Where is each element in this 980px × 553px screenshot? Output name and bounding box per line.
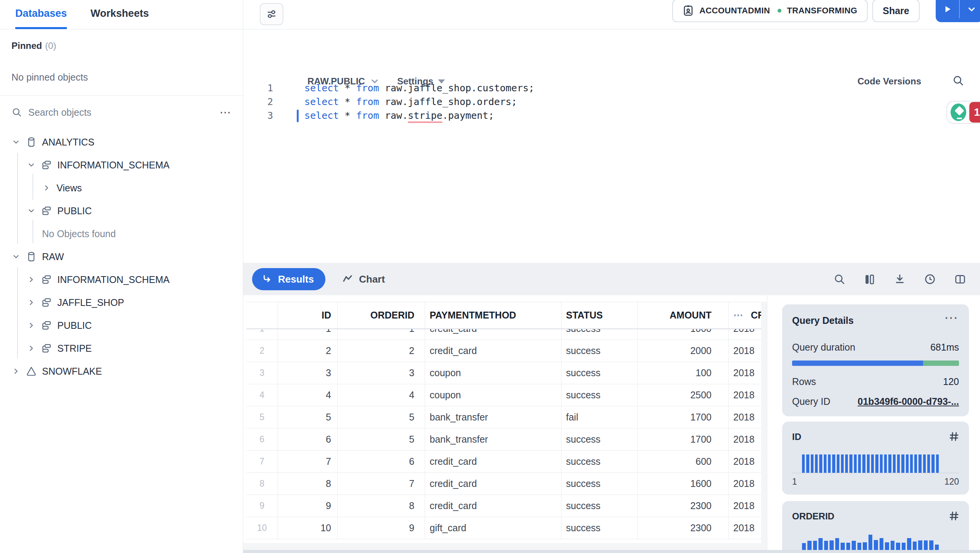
table-cell[interactable]: 5 [278, 406, 338, 428]
table-cell[interactable]: 2018 [729, 406, 761, 428]
sql-editor[interactable]: RAW.PUBLIC Settings Code Versions 1selec… [243, 29, 980, 263]
table-cell[interactable]: success [561, 473, 638, 495]
table-cell[interactable]: 1 [338, 329, 425, 340]
table-cell[interactable]: 6 [338, 451, 425, 472]
chevron-down-icon[interactable] [11, 138, 21, 146]
table-cell[interactable]: 9 [338, 517, 425, 539]
table-cell[interactable]: success [561, 451, 638, 472]
table-cell[interactable]: 2018 [729, 451, 761, 472]
filters-button[interactable] [260, 3, 283, 25]
columns-button[interactable] [864, 273, 876, 285]
column-header-status[interactable]: STATUS [561, 302, 638, 328]
table-cell[interactable]: 10 [278, 517, 338, 539]
tree-item-analytics[interactable]: ANALYTICS [0, 131, 243, 154]
column-header-orderid[interactable]: ORDERID [338, 302, 425, 328]
table-cell[interactable]: bank_transfer [425, 428, 561, 450]
horizontal-scrollbar[interactable] [243, 550, 980, 553]
table-cell[interactable]: 2018 [729, 517, 761, 539]
table-cell[interactable]: success [561, 517, 638, 539]
column-header-amount[interactable]: AMOUNT [638, 302, 729, 328]
chevron-right-icon[interactable] [27, 344, 36, 352]
table-cell[interactable]: 5 [338, 406, 425, 428]
table-cell[interactable]: success [561, 384, 638, 406]
table-cell[interactable]: 2 [338, 340, 425, 362]
table-cell[interactable]: 5 [338, 428, 425, 450]
tree-item-jaffle-shop[interactable]: JAFFLE_SHOP [0, 291, 243, 314]
table-cell[interactable]: 7 [278, 451, 338, 472]
tree-item-information-schema[interactable]: INFORMATION_SCHEMA [0, 154, 243, 176]
column-header-created[interactable]: ⋯CREATED [729, 302, 761, 328]
table-cell[interactable]: 1700 [638, 428, 729, 450]
table-cell[interactable]: credit_card [425, 340, 561, 362]
table-cell[interactable]: 2018 [729, 340, 761, 362]
table-cell[interactable]: success [561, 428, 638, 450]
tree-item-views[interactable]: Views [0, 176, 243, 199]
table-cell[interactable]: success [561, 329, 638, 340]
table-cell[interactable]: 1700 [638, 406, 729, 428]
run-button[interactable] [936, 0, 959, 22]
search-results-button[interactable] [833, 273, 846, 285]
hash-icon[interactable] [948, 510, 960, 522]
table-cell[interactable]: 9 [278, 495, 338, 517]
table-cell[interactable]: 6 [278, 428, 338, 450]
table-cell[interactable]: 2018 [729, 362, 761, 384]
table-cell[interactable]: 2018 [729, 428, 761, 450]
column-header-paymentmethod[interactable]: PAYMENTMETHOD [425, 302, 561, 328]
column-header-id[interactable]: ID [278, 302, 338, 328]
table-cell[interactable]: 4 [278, 384, 338, 406]
table-cell[interactable]: 1000 [638, 329, 729, 340]
chevron-right-icon[interactable] [42, 184, 51, 192]
table-cell[interactable]: 2018 [729, 384, 761, 406]
search-options-icon[interactable]: ⋯ [220, 108, 232, 116]
tree-item-raw[interactable]: RAW [0, 245, 243, 268]
code-line-2[interactable]: select * from raw.jaffle_shop.orders; [304, 95, 517, 109]
tab-databases[interactable]: Databases [15, 0, 67, 29]
tree-item-stripe[interactable]: STRIPE [0, 337, 243, 360]
table-cell[interactable]: success [561, 362, 638, 384]
object-search[interactable]: Search objects ⋯ [11, 104, 232, 121]
chevron-right-icon[interactable] [27, 298, 36, 307]
table-cell[interactable]: 1600 [638, 473, 729, 495]
download-button[interactable] [894, 273, 906, 285]
toggle-panel-button[interactable] [954, 273, 966, 285]
tree-item-public[interactable]: PUBLIC [0, 314, 243, 337]
share-button[interactable]: Share [872, 0, 920, 22]
table-cell[interactable]: 2300 [638, 495, 729, 517]
query-id-link[interactable]: 01b349f6-0000-d793-... [858, 396, 959, 407]
table-cell[interactable]: 3 [278, 362, 338, 384]
table-cell[interactable]: 7 [338, 473, 425, 495]
history-button[interactable] [924, 273, 936, 285]
run-options-button[interactable] [960, 0, 980, 22]
tree-item-information-schema[interactable]: INFORMATION_SCHEMA [0, 268, 243, 291]
table-cell[interactable]: 2 [278, 340, 338, 362]
table-cell[interactable]: 600 [638, 451, 729, 472]
table-cell[interactable]: 2500 [638, 384, 729, 406]
table-cell[interactable]: success [561, 340, 638, 362]
chevron-right-icon[interactable] [27, 275, 36, 284]
tab-worksheets[interactable]: Worksheets [91, 0, 149, 29]
id-histogram-bars[interactable] [802, 454, 939, 473]
query-details-menu-icon[interactable]: ⋯ [944, 310, 959, 326]
table-cell[interactable]: coupon [425, 384, 561, 406]
table-cell[interactable]: 3 [338, 362, 425, 384]
table-cell[interactable]: 2300 [638, 517, 729, 539]
table-cell[interactable]: fail [561, 406, 638, 428]
role-warehouse-selector[interactable]: ACCOUNTADMIN TRANSFORMING [672, 0, 868, 22]
table-cell[interactable]: credit_card [425, 495, 561, 517]
tab-chart[interactable]: Chart [342, 268, 385, 290]
tree-item-public[interactable]: PUBLIC [0, 199, 243, 222]
code-versions-link[interactable]: Code Versions [857, 76, 921, 87]
code-line-1[interactable]: select * from raw.jaffle_shop.customers; [304, 81, 534, 95]
editor-search-button[interactable] [952, 74, 964, 87]
table-cell[interactable]: coupon [425, 362, 561, 384]
table-cell[interactable]: 2018 [729, 329, 761, 340]
tab-results[interactable]: Results [252, 268, 325, 290]
table-cell[interactable]: credit_card [425, 473, 561, 495]
assistant-notification[interactable]: 1 [946, 101, 980, 124]
table-cell[interactable]: 2018 [729, 473, 761, 495]
orderid-histogram-bars[interactable] [802, 535, 939, 551]
table-cell[interactable]: 8 [338, 495, 425, 517]
table-cell[interactable]: gift_card [425, 517, 561, 539]
table-cell[interactable]: 8 [278, 473, 338, 495]
chevron-right-icon[interactable] [11, 367, 21, 375]
